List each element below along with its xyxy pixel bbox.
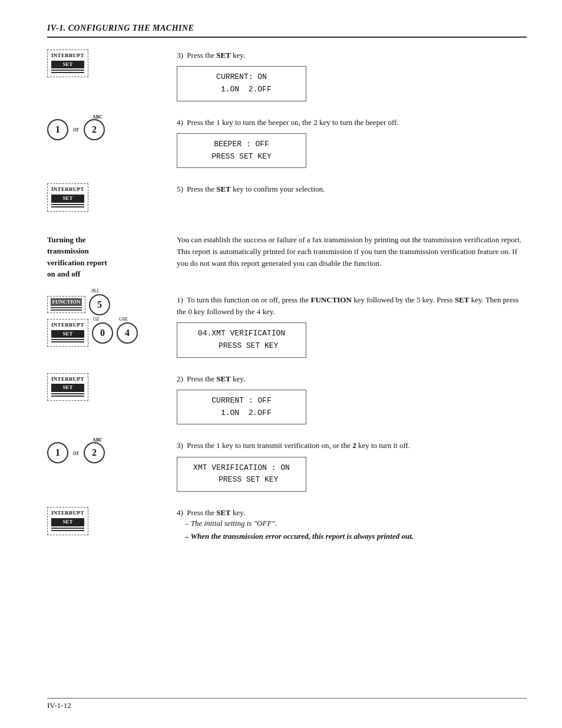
trans-step2-section: INTERRUPT SET 2) Press the SET key. CURR… [47,373,527,430]
trans-step3-text: 3) Press the 1 key to turn transmit veri… [177,440,527,452]
set-box-4: SET [51,384,84,392]
key-2-button: ABC 2 [84,119,105,140]
trans-step1-right: 1) To turn this function on or off, pres… [177,294,527,363]
key-1b-button: 1 [47,442,68,463]
trans-step4-section: INTERRUPT SET 4) Press the SET key. – Th… [47,507,527,545]
key-4-button: 4 [117,322,138,344]
key-5-wrapper: JKL 5 [89,294,110,315]
key-1-button: 1 [47,119,68,140]
trans-step4-left: INTERRUPT SET [47,507,165,535]
right-col-step3: 3) Press the SET key. CURRENT: ON 1.ON 2… [177,50,527,106]
section-step3: INTERRUPT SET 3) Press the SET key. CURR… [47,50,527,106]
trans-step3-section: 1 or ABC 2 3) Press the 1 key to turn tr… [47,440,527,496]
left-col-step4: 1 or ABC 2 [47,117,165,140]
trans-step2-text: 2) Press the SET key. [177,373,527,385]
trans-step4-text: 4) Press the SET key. [177,507,527,519]
set-box-2: SET [51,195,84,203]
right-col-step5: 5) Press the SET key to confirm your sel… [177,183,527,195]
page: IV-1. CONFIGURING THE MACHINE INTERRUPT … [0,0,562,728]
key-4-wrapper: GHI 4 [117,322,138,344]
set-box: SET [51,61,84,69]
key-0-wrapper: OZ 0 [92,322,113,344]
interrupt-label-2: INTERRUPT [51,186,84,193]
sup-abc: ABC [92,437,103,443]
interrupt-set-key-2: INTERRUPT SET [47,183,88,211]
sup-arc: ABC [92,114,103,120]
interrupt-label-4: INTERRUPT [51,376,84,383]
section-step4: 1 or ABC 2 4) Press the 1 key to turn th… [47,117,527,173]
or-label-2: or [73,449,79,457]
display-xmt-verification: 04.XMT VERIFICATION PRESS SET KEY [177,322,306,358]
right-col-step4: 4) Press the 1 key to turn the beeper on… [177,117,527,173]
interrupt-label-3: INTERRUPT [51,322,84,329]
or-label-1: or [73,125,79,134]
page-footer: IV-1-12 [47,698,527,710]
note-error-report: – When the transmission error occured, t… [177,532,527,541]
trans-step3-left: 1 or ABC 2 [47,440,165,463]
func-keys-cluster: FUNCTION JKL 5 INT [47,294,138,347]
interrupt-keys-row: INTERRUPT SET OZ 0 GHI 4 [47,319,138,347]
transmission-heading: Turning the transmission verification re… [47,234,165,285]
trans-step4-right: 4) Press the SET key. – The initial sett… [177,507,527,545]
sup-ghi: GHI [119,317,127,322]
spacer-1 [47,222,527,234]
interrupt-label: INTERRUPT [51,52,84,60]
display-xmt-on: XMT VERIFICATION : ON PRESS SET KEY [177,457,306,492]
set-box-3: SET [51,330,84,338]
transmission-intro-text: You can establish the success or failure… [177,234,527,285]
key-row-1-2: 1 or ABC 2 [47,119,105,140]
step5-text: 5) Press the SET key to confirm your sel… [177,183,527,195]
sup-oz: OZ [93,317,100,322]
trans-step2-left: INTERRUPT SET [47,373,165,401]
intro-paragraph: You can establish the success or failure… [177,234,527,269]
trans-step3-right: 3) Press the 1 key to turn transmit veri… [177,440,527,496]
display-beeper-off: BEEPER : OFF PRESS SET KEY [177,133,306,169]
trans-step2-right: 2) Press the SET key. CURRENT : OFF 1.ON… [177,373,527,430]
sup-jkl: JKL [91,288,100,294]
key-row-1-2-b: 1 or ABC 2 [47,442,105,463]
set-box-5: SET [51,518,84,526]
interrupt-set-key-5: INTERRUPT SET [47,507,88,535]
key-0-button: 0 [92,322,113,344]
page-title: IV-1. CONFIGURING THE MACHINE [47,24,527,38]
interrupt-label-5: INTERRUPT [51,510,84,517]
page-number: IV-1-12 [47,701,71,710]
display-current-on: CURRENT: ON 1.ON 2.OFF [177,66,306,101]
step4-text: 4) Press the 1 key to turn the beeper on… [177,117,527,129]
trans-step1-left: FUNCTION JKL 5 INT [47,294,165,347]
interrupt-set-key-4: INTERRUPT SET [47,373,88,401]
section-step5: INTERRUPT SET 5) Press the SET key to co… [47,183,527,211]
func-key-row: FUNCTION JKL 5 [47,294,138,315]
key-5-button: 5 [89,294,110,315]
interrupt-set-key-1: INTERRUPT SET [47,50,88,77]
func-label: FUNCTION [51,298,82,306]
trans-step1-text: 1) To turn this function on or off, pres… [177,294,527,318]
interrupt-set-key-3: INTERRUPT SET [47,319,88,347]
left-col-step3: INTERRUPT SET [47,50,165,77]
trans-step1-section: FUNCTION JKL 5 INT [47,294,527,363]
note-initial-setting: – The initial setting is "OFF". [177,519,527,528]
key-2b-button: ABC 2 [84,442,105,463]
left-col-step5: INTERRUPT SET [47,183,165,211]
step3-text: 3) Press the SET key. [177,50,527,61]
function-key: FUNCTION [47,296,85,313]
transmission-intro: Turning the transmission verification re… [47,234,527,285]
display-current-off: CURRENT : OFF 1.ON 2.OFF [177,390,306,425]
